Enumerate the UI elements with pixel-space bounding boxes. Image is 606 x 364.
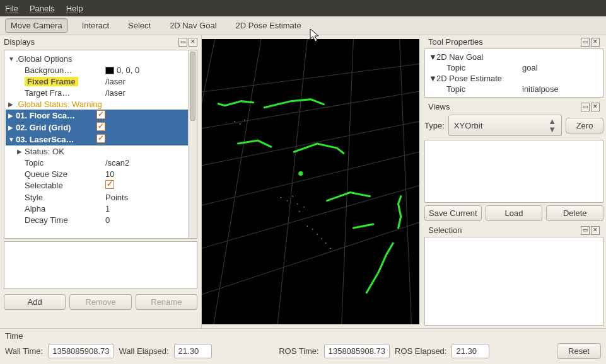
alpha-label[interactable]: Alpha bbox=[25, 204, 100, 213]
global-status-warning[interactable]: .Global Status: Warning bbox=[16, 100, 193, 109]
svg-line-6 bbox=[202, 39, 215, 324]
views-type-select[interactable]: XYOrbit ▲▼ bbox=[448, 115, 562, 136]
svg-point-18 bbox=[306, 225, 308, 227]
tool-properties-title: Tool Properties bbox=[428, 37, 483, 47]
laser-scan-checkbox[interactable] bbox=[96, 134, 105, 143]
display-laser-scan[interactable]: 03. LaserSca… bbox=[16, 135, 91, 144]
target-frame-label[interactable]: Target Fra… bbox=[25, 88, 100, 98]
fixed-frame-value[interactable]: /laser bbox=[100, 77, 193, 86]
cursor-icon bbox=[309, 28, 320, 43]
menu-panels[interactable]: Panels bbox=[30, 4, 55, 13]
save-current-button[interactable]: Save Current bbox=[424, 205, 482, 221]
ros-time-label: ROS Time: bbox=[279, 346, 319, 356]
stepper-icon: ▲▼ bbox=[548, 117, 556, 134]
tool-move-camera[interactable]: Move Camera bbox=[5, 18, 68, 33]
close-icon[interactable]: ✕ bbox=[189, 38, 197, 47]
main-area: Displays ▭ ✕ ▼.Global Options Backgroun…… bbox=[0, 35, 606, 328]
selectable-label[interactable]: Selectable bbox=[25, 181, 100, 190]
decay-time-label[interactable]: Decay Time bbox=[25, 215, 100, 225]
display-grid[interactable]: 02. Grid (Grid) bbox=[16, 123, 91, 132]
svg-point-12 bbox=[281, 197, 282, 198]
queue-size-value[interactable]: 10 bbox=[100, 169, 193, 179]
time-title: Time bbox=[5, 331, 601, 341]
nav-goal-item[interactable]: 2D Nav Goal bbox=[436, 52, 512, 62]
menubar: File Panels Help bbox=[0, 0, 606, 16]
float-icon[interactable]: ▭ bbox=[581, 226, 590, 235]
tool-2d-pose-estimate[interactable]: 2D Pose Estimate bbox=[231, 19, 306, 32]
tool-interact[interactable]: Interact bbox=[77, 19, 114, 32]
time-panel: Time Wall Time: 1358085908.73 Wall Elaps… bbox=[0, 328, 606, 364]
svg-point-17 bbox=[299, 211, 300, 212]
alpha-value[interactable]: 1 bbox=[100, 204, 193, 213]
views-panel: Views ▭✕ Type: XYOrbit ▲▼ Zero Save Curr… bbox=[424, 100, 603, 221]
decay-time-value[interactable]: 0 bbox=[100, 215, 193, 225]
wall-elapsed-value[interactable]: 21.30 bbox=[174, 344, 212, 358]
displays-tree[interactable]: ▼.Global Options Backgroun…0, 0, 0 Fixed… bbox=[4, 50, 197, 239]
remove-button[interactable]: Remove bbox=[69, 294, 131, 310]
queue-size-label[interactable]: Queue Size bbox=[25, 169, 100, 179]
style-value[interactable]: Points bbox=[100, 193, 193, 202]
wall-time-label: Wall Time: bbox=[5, 346, 43, 356]
scan-topic-value[interactable]: /scan2 bbox=[100, 158, 193, 168]
views-title: Views bbox=[428, 102, 450, 111]
selection-body[interactable] bbox=[424, 237, 603, 326]
pose-topic-label[interactable]: Topic bbox=[446, 84, 522, 94]
menu-help[interactable]: Help bbox=[66, 4, 83, 13]
render-viewport[interactable] bbox=[202, 39, 419, 324]
tool-2d-nav-goal[interactable]: 2D Nav Goal bbox=[165, 19, 221, 32]
grid-lines-icon bbox=[202, 39, 419, 324]
svg-point-21 bbox=[321, 238, 322, 239]
selection-title: Selection bbox=[428, 225, 462, 235]
menu-file[interactable]: File bbox=[5, 4, 18, 13]
svg-point-19 bbox=[312, 229, 313, 230]
floor-scan-checkbox[interactable] bbox=[96, 110, 105, 119]
svg-line-2 bbox=[202, 112, 419, 173]
zero-button[interactable]: Zero bbox=[566, 118, 603, 134]
reset-button[interactable]: Reset bbox=[557, 343, 601, 359]
float-icon[interactable]: ▭ bbox=[581, 103, 590, 111]
right-column: Tool Properties ▭✕ ▼2D Nav Goal Topicgoa… bbox=[422, 35, 606, 328]
grid-checkbox[interactable] bbox=[96, 122, 105, 131]
target-frame-value[interactable]: /laser bbox=[100, 88, 193, 98]
tool-select[interactable]: Select bbox=[123, 19, 156, 32]
svg-point-22 bbox=[325, 242, 327, 244]
delete-button[interactable]: Delete bbox=[546, 205, 603, 221]
style-label[interactable]: Style bbox=[25, 193, 100, 202]
ros-elapsed-value[interactable]: 21.30 bbox=[452, 344, 489, 358]
background-color-label[interactable]: Backgroun… bbox=[25, 65, 100, 75]
background-color-value[interactable]: 0, 0, 0 bbox=[100, 65, 193, 75]
toolbar: Move Camera Interact Select 2D Nav Goal … bbox=[0, 16, 606, 35]
display-floor-scan[interactable]: 01. Floor Sca… bbox=[16, 111, 91, 120]
svg-point-25 bbox=[240, 123, 241, 125]
svg-line-9 bbox=[341, 39, 354, 324]
status-ok-label[interactable]: Status: OK bbox=[25, 147, 193, 156]
ros-time-value[interactable]: 1358085908.73 bbox=[324, 344, 390, 358]
svg-point-26 bbox=[244, 120, 245, 121]
close-icon[interactable]: ✕ bbox=[591, 103, 600, 111]
global-options-label[interactable]: .Global Options bbox=[16, 54, 91, 64]
rename-button[interactable]: Rename bbox=[136, 294, 197, 310]
wall-time-value[interactable]: 1358085908.73 bbox=[48, 344, 114, 358]
nav-goal-topic-value[interactable]: goal bbox=[522, 63, 599, 72]
wall-elapsed-label: Wall Elapsed: bbox=[119, 346, 169, 356]
svg-line-1 bbox=[202, 83, 419, 134]
float-icon[interactable]: ▭ bbox=[178, 38, 187, 47]
displays-header: Displays ▭ ✕ bbox=[0, 35, 201, 48]
display-description-box bbox=[4, 241, 197, 289]
add-button[interactable]: Add bbox=[4, 294, 66, 310]
views-list[interactable] bbox=[424, 140, 603, 203]
nav-goal-topic-label[interactable]: Topic bbox=[446, 63, 522, 72]
float-icon[interactable]: ▭ bbox=[581, 38, 590, 47]
load-button[interactable]: Load bbox=[486, 205, 543, 221]
pose-estimate-item[interactable]: 2D Pose Estimate bbox=[436, 74, 512, 83]
close-icon[interactable]: ✕ bbox=[591, 226, 600, 235]
pose-topic-value[interactable]: initialpose bbox=[522, 84, 599, 94]
selectable-checkbox[interactable] bbox=[105, 180, 114, 189]
svg-point-24 bbox=[234, 121, 235, 122]
displays-panel: Displays ▭ ✕ ▼.Global Options Backgroun…… bbox=[0, 35, 202, 328]
scan-topic-label[interactable]: Topic bbox=[25, 158, 100, 168]
displays-scrollbar[interactable] bbox=[188, 50, 197, 238]
svg-line-3 bbox=[202, 140, 419, 213]
close-icon[interactable]: ✕ bbox=[591, 38, 600, 47]
fixed-frame-label[interactable]: Fixed Frame bbox=[25, 77, 78, 86]
